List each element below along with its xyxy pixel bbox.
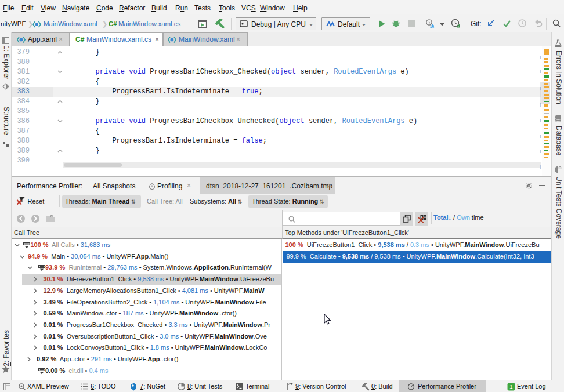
svg-text:1: 1 [509,383,512,390]
